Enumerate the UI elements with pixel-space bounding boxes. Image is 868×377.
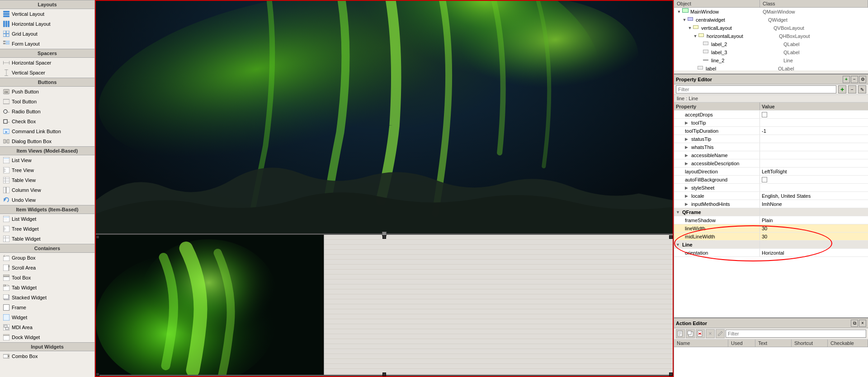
prop-row-locale[interactable]: ▶locale English, United States — [674, 192, 868, 200]
prop-row-tooltip[interactable]: ▶toolTip — [674, 119, 868, 127]
sidebar-item-undo-view[interactable]: Undo View — [0, 195, 94, 205]
sidebar-item-dialog-button-box[interactable]: Dialog Button Box — [0, 136, 94, 146]
selection-handle-bl[interactable] — [96, 372, 99, 376]
value-col-header: Value — [760, 102, 868, 110]
action-duplicate-btn[interactable] — [686, 329, 695, 338]
prop-row-statustip[interactable]: ▶statusTip — [674, 135, 868, 143]
sidebar-item-horizontal-layout[interactable]: Horizontal Layout — [0, 19, 94, 29]
sidebar-item-list-widget[interactable]: List Widget — [0, 214, 94, 224]
tree-item-verticallayout[interactable]: ▼ verticalLayout QVBoxLayout — [674, 24, 868, 32]
selection-handle-tl[interactable] — [96, 235, 99, 239]
property-editor-settings-btn[interactable]: ⚙ — [859, 76, 866, 83]
sidebar-item-table-view[interactable]: Table View — [0, 175, 94, 185]
sidebar-item-radio-button[interactable]: — Radio Button — [0, 107, 94, 116]
expander-horizontallayout[interactable]: ▼ — [692, 33, 698, 39]
prop-row-whatsthis[interactable]: ▶whatsThis — [674, 143, 868, 151]
property-filter-remove-btn[interactable]: − — [848, 85, 856, 93]
sidebar-item-vertical-spacer[interactable]: Vertical Spacer — [0, 68, 94, 78]
sidebar-item-tree-widget[interactable]: Tree Widget — [0, 224, 94, 234]
tree-item-label3[interactable]: label_3 QLabel — [674, 48, 868, 56]
action-edit-btn[interactable] — [716, 329, 725, 338]
prop-row-frameshadow[interactable]: frameShadow Plain — [674, 216, 868, 224]
tree-item-line2[interactable]: line_2 Line — [674, 56, 868, 65]
tree-item-label2[interactable]: label_2 QLabel — [674, 40, 868, 48]
prop-value-midlinewidth: 30 — [760, 233, 868, 240]
svg-rect-13 — [6, 43, 9, 44]
sidebar-item-table-widget[interactable]: Table Widget — [0, 234, 94, 244]
sidebar-item-command-link-button[interactable]: ▶ Command Link Button — [0, 126, 94, 136]
sidebar-item-combo-box[interactable]: ▼ Combo Box — [0, 351, 94, 361]
action-cross-btn[interactable]: × — [706, 329, 715, 338]
property-editor-plus-btn[interactable]: + — [843, 76, 850, 83]
action-editor-restore-btn[interactable]: ⧉ — [851, 320, 858, 327]
canvas-area[interactable] — [95, 0, 674, 377]
expander-centralwidget[interactable]: ▼ — [681, 17, 688, 23]
frame-icon — [3, 304, 10, 311]
selection-handle-mid-bot[interactable] — [382, 372, 386, 376]
sidebar-item-tool-box[interactable]: Tool Box — [0, 273, 94, 283]
sidebar-item-group-box[interactable]: G Group Box — [0, 253, 94, 263]
property-filter-config-btn[interactable]: ✎ — [858, 85, 866, 93]
prop-row-stylesheet[interactable]: ▶styleSheet — [674, 184, 868, 192]
property-filter-input[interactable] — [676, 85, 836, 93]
svg-rect-70 — [4, 325, 7, 327]
svg-rect-62 — [3, 286, 9, 291]
dock-widget-label: Dock Widget — [12, 335, 40, 340]
action-new-btn[interactable] — [676, 329, 685, 338]
action-used-header: Used — [728, 340, 755, 347]
selection-handle-mid[interactable] — [382, 235, 386, 239]
selection-handle-br[interactable] — [669, 372, 673, 376]
sidebar-item-horizontal-spacer[interactable]: Horizontal Spacer — [0, 58, 94, 68]
prop-row-linewidth[interactable]: lineWidth 30 — [674, 224, 868, 233]
action-editor-close-btn[interactable]: × — [859, 320, 866, 327]
checkbox-autofill[interactable] — [762, 177, 767, 182]
sidebar-item-widget[interactable]: Widget — [0, 312, 94, 322]
tree-item-horizontallayout[interactable]: ▼ horizontalLayout QHBoxLayout — [674, 32, 868, 40]
prop-row-autofill[interactable]: autoFillBackground — [674, 176, 868, 184]
sidebar-item-frame[interactable]: Frame — [0, 303, 94, 312]
checkbox-acceptdrops[interactable] — [762, 112, 767, 117]
sidebar-item-column-view[interactable]: Column View — [0, 185, 94, 195]
expander-verticallayout[interactable]: ▼ — [687, 25, 693, 31]
tree-item-centralwidget[interactable]: ▼ centralwidget QWidget — [674, 16, 868, 24]
prop-value-autofill — [760, 176, 868, 183]
prop-row-acceptdrops[interactable]: acceptDrops — [674, 111, 868, 119]
sidebar-item-tree-view[interactable]: Tree View — [0, 165, 94, 175]
push-button-label: Push Button — [12, 89, 39, 94]
prop-row-tooltipduration[interactable]: toolTipDuration -1 — [674, 127, 868, 135]
action-delete-btn[interactable] — [696, 329, 705, 338]
tree-item-mainwindow[interactable]: ▼ MainWindow QMainWindow — [674, 8, 868, 16]
prop-value-tooltipduration: -1 — [760, 127, 868, 135]
sidebar-item-scroll-area[interactable]: Scroll Area — [0, 263, 94, 273]
bottom-left-image — [96, 235, 324, 375]
prop-row-midlinewidth[interactable]: midLineWidth 30 — [674, 233, 868, 241]
sidebar-item-tab-widget[interactable]: Tab Widget — [0, 283, 94, 293]
sidebar-item-dock-widget[interactable]: Dock Widget — [0, 332, 94, 342]
sidebar-item-push-button[interactable]: OK Push Button — [0, 87, 94, 97]
sidebar-item-tool-button[interactable]: Tool Button — [0, 97, 94, 107]
sidebar-item-mdi-area[interactable]: MDI Area — [0, 322, 94, 332]
prop-row-orientation[interactable]: orientation Horizontal — [674, 249, 868, 257]
sidebar-item-grid-layout[interactable]: Grid Layout — [0, 29, 94, 39]
sidebar-item-vertical-layout[interactable]: Vertical Layout — [0, 9, 94, 19]
property-editor-buttons: + − ⚙ — [843, 76, 866, 83]
tree-item-label[interactable]: label QLabel — [674, 65, 868, 70]
svg-text:▼: ▼ — [7, 355, 9, 358]
expander-mainwindow[interactable]: ▼ — [676, 9, 682, 15]
sidebar-item-list-view[interactable]: List View — [0, 155, 94, 165]
action-filter-input[interactable] — [726, 330, 866, 338]
svg-rect-73 — [3, 334, 9, 335]
sidebar-item-stacked-widget[interactable]: Stacked Widget — [0, 293, 94, 303]
selection-handle-tr[interactable] — [669, 235, 673, 239]
prop-row-layoutdirection[interactable]: layoutDirection LeftToRight — [674, 168, 868, 176]
prop-row-inputmethodhints[interactable]: ▶inputMethodHints ImhNone — [674, 200, 868, 208]
mainwindow-class: QMainWindow — [763, 9, 868, 14]
table-widget-icon — [3, 235, 10, 242]
sidebar-item-form-layout[interactable]: Form Layout — [0, 39, 94, 49]
group-box-label: Group Box — [12, 255, 36, 261]
sidebar-item-check-box[interactable]: — Check Box — [0, 116, 94, 126]
prop-row-accessiblename[interactable]: ▶accessibleName — [674, 151, 868, 159]
property-editor-minus-btn[interactable]: − — [851, 76, 858, 83]
prop-row-accessibledesc[interactable]: ▶accessibleDescription — [674, 159, 868, 168]
property-filter-add-btn[interactable]: + — [838, 85, 846, 93]
